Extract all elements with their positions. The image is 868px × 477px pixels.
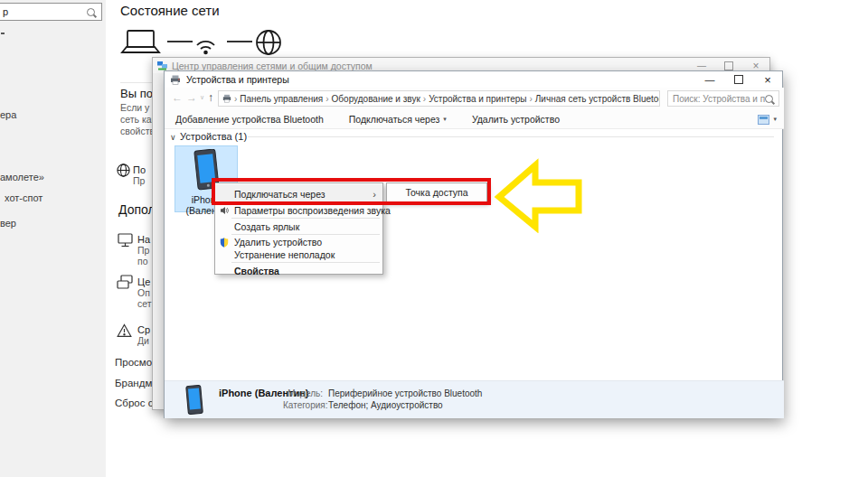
globe-small-icon	[117, 164, 130, 177]
network-center-icon	[157, 61, 167, 70]
menu-item-label: Параметры воспроизведения звука	[234, 205, 391, 216]
details-model-label: Модель:	[283, 388, 323, 398]
menu-item-label: Свойства	[234, 266, 279, 276]
laptop-icon	[127, 31, 154, 47]
breadcrumb-separator: ›	[423, 94, 426, 104]
troubleshoot-item-title[interactable]: Ср	[137, 324, 150, 335]
breadcrumb-separator: ›	[234, 94, 237, 104]
uac-shield-icon	[220, 238, 229, 248]
group-collapse-chevron[interactable]: ∨	[170, 133, 176, 142]
close-button[interactable]: ×	[753, 71, 782, 88]
menu-item-remove-device[interactable]: Удалить устройство	[215, 236, 382, 248]
connection-text-line2: сеть как	[120, 114, 156, 126]
show-networks-label[interactable]: По	[133, 164, 146, 175]
breadcrumb-bluetooth-pan[interactable]: Личная сеть устройств Bluetooth (PAN)	[535, 94, 660, 104]
devices-titlebar: Устройства и принтеры — ×	[165, 71, 782, 88]
breadcrumb[interactable]: › Панель управления › Оборудование и зву…	[218, 90, 660, 107]
warning-icon	[117, 323, 132, 338]
menu-item-troubleshoot[interactable]: Устранение неполадок	[215, 248, 382, 261]
details-pane: iPhone (Валентин) Модель: Периферийное у…	[165, 380, 784, 418]
speaker-icon	[220, 206, 229, 215]
command-bar: Добавление устройства Bluetooth Подключа…	[165, 110, 784, 129]
search-icon	[765, 95, 773, 103]
menu-separator	[231, 262, 380, 263]
troubleshoot-item-sub: Ди	[137, 335, 149, 347]
menu-item-label: Создать ярлык	[234, 221, 299, 232]
details-model-value: Периферийное устройство Bluetooth	[328, 388, 482, 398]
yellow-arrow-annotation	[494, 157, 586, 233]
breadcrumb-control-panel[interactable]: Панель управления	[240, 94, 323, 104]
details-category-value: Телефон; Аудиоустройство	[328, 400, 443, 410]
address-bar: ← → ∨ ↑ › Панель управления › Оборудован…	[165, 88, 784, 110]
forward-button[interactable]: →	[186, 91, 197, 104]
breadcrumb-separator: ›	[326, 94, 328, 104]
location-icon	[222, 94, 231, 103]
connect-via-label: Подключаться через	[349, 114, 440, 125]
wifi-icon	[197, 42, 214, 45]
maximize-button[interactable]	[724, 71, 753, 88]
remove-device-button[interactable]: Удалить устройство	[472, 114, 560, 125]
maximize-icon	[724, 61, 733, 70]
maximize-icon	[734, 75, 743, 84]
connect-via-button[interactable]: Подключаться через ▾	[349, 114, 447, 125]
breadcrumb-hardware-sound[interactable]: Оборудование и звук	[332, 94, 420, 104]
divider	[120, 82, 152, 83]
devices-printers-icon	[170, 75, 181, 85]
breadcrumb-separator: ›	[529, 94, 532, 104]
add-bluetooth-device-button[interactable]: Добавление устройства Bluetooth	[175, 114, 324, 125]
group-header[interactable]: Устройства (1)	[180, 131, 247, 142]
show-networks-sub: Пр	[133, 175, 145, 187]
breadcrumb-devices-printers[interactable]: Устройства и принтеры	[429, 94, 526, 104]
window-title: Устройства и принтеры	[186, 74, 289, 85]
menu-item-audio-settings[interactable]: Параметры воспроизведения звука	[215, 203, 382, 217]
details-category-label: Категория:	[283, 400, 323, 410]
adapter-monitor-icon	[118, 233, 134, 248]
phone-icon	[184, 385, 204, 415]
menu-item-create-shortcut[interactable]: Создать ярлык	[215, 220, 382, 233]
adapter-item-title[interactable]: На	[137, 234, 150, 245]
menu-separator	[231, 218, 380, 219]
link-network-reset[interactable]: Сброс с	[115, 398, 153, 408]
chevron-down-icon: ▾	[773, 116, 777, 123]
sharing-center-icon	[117, 275, 134, 291]
highlight-red-box	[212, 178, 491, 205]
history-dropdown[interactable]: ∨	[200, 94, 204, 101]
minimize-button[interactable]: —	[695, 71, 724, 88]
menu-item-label: Устранение неполадок	[234, 249, 335, 260]
link-view-network-properties[interactable]: Просмо	[115, 357, 152, 368]
menu-separator	[231, 234, 380, 235]
page-title: Состояние сети	[120, 3, 220, 18]
window-title: Центр управления сетями и общим доступом	[172, 61, 373, 71]
sharing-item-title[interactable]: Це	[137, 276, 150, 287]
sharing-item-sub2: сет	[137, 298, 152, 310]
group-header-line	[248, 136, 774, 137]
menu-item-label: Удалить устройство	[234, 237, 322, 248]
menu-item-properties[interactable]: Свойства	[215, 264, 382, 278]
up-button[interactable]: ↑	[208, 91, 213, 104]
search-input[interactable]: Поиск: Устройства и принте...	[667, 90, 779, 107]
adapter-item-sub2: по	[137, 256, 148, 267]
network-status-diagram	[120, 29, 285, 58]
back-button[interactable]: ←	[172, 91, 183, 104]
search-placeholder: Поиск: Устройства и принте...	[673, 94, 765, 104]
chevron-down-icon: ▾	[443, 116, 447, 123]
view-options-button[interactable]: ▾	[758, 115, 777, 125]
view-icon	[758, 115, 769, 125]
screen: р ера амолете» хот-спот вер Состояние се…	[0, 0, 868, 477]
